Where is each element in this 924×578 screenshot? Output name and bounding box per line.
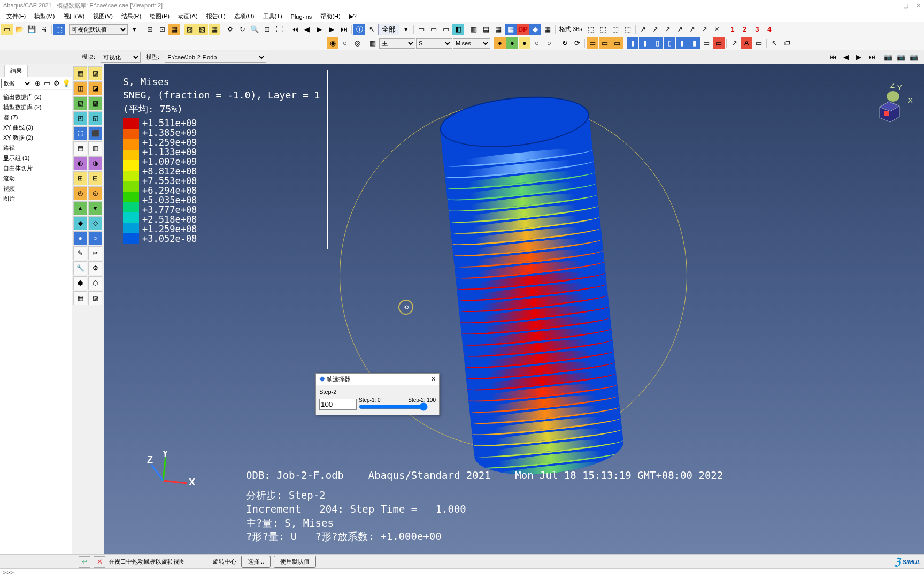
tree-item[interactable]: XY 曲线 (3)	[1, 123, 71, 133]
tool-iso3-icon[interactable]: ⬚	[610, 24, 621, 35]
tool-zoom-icon[interactable]: 🔍	[249, 24, 260, 35]
camera1-icon[interactable]: 📷	[882, 51, 894, 63]
toolbox-btn-5[interactable]: ▩	[88, 96, 102, 110]
anim-prev-step-icon[interactable]: ⏮	[289, 24, 301, 35]
redbox-icon[interactable]: ▭	[713, 37, 725, 49]
tool-rotate-icon[interactable]: ↻	[236, 24, 248, 35]
menu-文件f[interactable]: 文件(F)	[2, 11, 30, 21]
tool-axis6-icon[interactable]: ↗	[699, 24, 711, 35]
action-cancel-icon[interactable]: ✕	[94, 556, 105, 568]
viz-style-select[interactable]: 可视化默认值	[69, 24, 128, 35]
toolbox-btn-25[interactable]: ✂	[88, 246, 102, 260]
tool-axis5-icon[interactable]: ↗	[687, 24, 698, 35]
dialog-close-icon[interactable]: ✕	[431, 376, 436, 383]
tool-col3-icon[interactable]: ▦	[492, 24, 504, 35]
refresh-icon[interactable]: ↻	[559, 37, 571, 49]
circle1-icon[interactable]: ●	[494, 37, 506, 49]
tree-btn1-icon[interactable]: ⊕	[33, 79, 42, 88]
tool-cursor-icon[interactable]: ↖	[366, 24, 378, 35]
toolbox-btn-8[interactable]: ⬚	[73, 126, 87, 140]
tool-plane-icon[interactable]: ◧	[452, 24, 464, 35]
tree-item[interactable]: 显示组 (1)	[1, 153, 71, 163]
toolbox-btn-26[interactable]: 🔧	[73, 261, 87, 275]
tool-dropdown-icon[interactable]: ▾	[128, 24, 140, 35]
tool-save-icon[interactable]: 💾	[26, 24, 37, 35]
toolbox-btn-6[interactable]: ◰	[73, 111, 87, 125]
tool-mesh3-icon[interactable]: ▦	[209, 24, 220, 35]
play-first-icon[interactable]: ⏮	[827, 51, 839, 63]
toolbox-btn-22[interactable]: ●	[73, 231, 87, 245]
frame-slider[interactable]	[359, 403, 428, 410]
python-cli[interactable]: >>>	[0, 568, 924, 578]
toolbox-btn-24[interactable]: ✎	[73, 246, 87, 260]
menu-帮助h[interactable]: 帮助(H)	[316, 11, 344, 21]
tool-new-icon[interactable]: ▭	[1, 24, 13, 35]
sq1-icon[interactable]: ▭	[587, 37, 598, 49]
circle2-icon[interactable]: ●	[506, 37, 518, 49]
toolbox-btn-19[interactable]: ▼	[88, 201, 102, 215]
toolbox-btn-18[interactable]: ▲	[73, 201, 87, 215]
viewport[interactable]: S, Mises SNEG, (fraction = -1.0), Layer …	[104, 64, 924, 554]
play-last-icon[interactable]: ⏭	[866, 51, 877, 63]
toolbox-btn-16[interactable]: ◴	[73, 186, 87, 200]
toolbox-btn-28[interactable]: ⬢	[73, 276, 87, 290]
tool-zoombox-icon[interactable]: ⊡	[261, 24, 273, 35]
output-var-mises-select[interactable]: Mises	[453, 38, 490, 49]
menu-选项o[interactable]: 选项(O)	[230, 11, 259, 21]
tool-mesh2-icon[interactable]: ▧	[196, 24, 208, 35]
anim-next-icon[interactable]: ▶	[326, 24, 337, 35]
tree-filter-select[interactable]: 数据	[1, 79, 32, 88]
menu-动画a[interactable]: 动画(A)	[174, 11, 202, 21]
frame-selector-dialog[interactable]: ◆ 帧选择器 ✕ Step-2 Step-1: 0 Step-2: 100	[315, 373, 440, 415]
pick-arrow-icon[interactable]: ↖	[768, 37, 780, 49]
tool-col2-icon[interactable]: ▤	[480, 24, 492, 35]
action-ok-icon[interactable]: ↩	[79, 556, 90, 568]
toolbox-btn-9[interactable]: ⬛	[88, 126, 102, 140]
tool-star-icon[interactable]: ✳	[711, 24, 723, 35]
tree-bulb-icon[interactable]: 💡	[62, 79, 71, 88]
num-2-button[interactable]: 2	[739, 24, 751, 35]
toolbox-btn-7[interactable]: ◱	[88, 111, 102, 125]
menu-plug-ins[interactable]: Plug-ins	[287, 12, 317, 21]
blk1-icon[interactable]: ▮	[627, 37, 638, 49]
menu-结果r[interactable]: 结果(R)	[117, 11, 145, 21]
model-select[interactable]: E:/cae/Job-2-F.odb	[165, 52, 266, 63]
toolbox-btn-21[interactable]: ◇	[88, 216, 102, 230]
toolbox-btn-17[interactable]: ◵	[88, 186, 102, 200]
toolbox-btn-1[interactable]: ▨	[88, 66, 102, 80]
tree-item[interactable]: 流动	[1, 173, 71, 184]
toolbox-btn-13[interactable]: ◑	[88, 156, 102, 170]
tree-item[interactable]: 输出数据库 (2)	[1, 92, 71, 102]
tool-axis1-icon[interactable]: ↗	[637, 24, 649, 35]
tool-filter-icon[interactable]: ▾	[400, 24, 412, 35]
layers-icon[interactable]: ▭	[700, 37, 712, 49]
toolbox-btn-10[interactable]: ▤	[73, 141, 87, 155]
menu-绘图p[interactable]: 绘图(P)	[145, 11, 174, 21]
tab-results[interactable]: 结果	[4, 65, 28, 77]
tool-axis2-icon[interactable]: ↗	[650, 24, 661, 35]
tool-open-icon[interactable]: 📂	[13, 24, 25, 35]
toolbox-btn-29[interactable]: ⬡	[88, 276, 102, 290]
tree-item[interactable]: 视频	[1, 184, 71, 194]
blk5-icon[interactable]: ▮	[676, 37, 688, 49]
tool-box1-icon[interactable]: ⊞	[144, 24, 156, 35]
tool-grid4-icon[interactable]: ▦	[505, 24, 517, 35]
toolbox-btn-23[interactable]: ○	[88, 231, 102, 245]
maximize-button[interactable]: ▢	[903, 2, 908, 9]
blk4-icon[interactable]: ▯	[664, 37, 675, 49]
toolbox-btn-12[interactable]: ◐	[73, 156, 87, 170]
menu-视口w[interactable]: 视口(W)	[59, 11, 89, 21]
tree-item[interactable]: 谱 (7)	[1, 112, 71, 123]
triad-top-right[interactable]: Z Y X	[861, 80, 914, 135]
dialog-titlebar[interactable]: ◆ 帧选择器 ✕	[316, 374, 439, 385]
circle3-icon[interactable]: ●	[519, 37, 530, 49]
camera2-icon[interactable]: 📷	[895, 51, 907, 63]
toolbox-btn-30[interactable]: ▦	[73, 291, 87, 305]
toolbox-btn-4[interactable]: ▧	[73, 96, 87, 110]
blk2-icon[interactable]: ▮	[639, 37, 651, 49]
menu-▶?[interactable]: ▶?	[345, 12, 361, 21]
frame-value-input[interactable]	[319, 399, 357, 410]
circle5-icon[interactable]: ○	[543, 37, 555, 49]
minimize-button[interactable]: —	[890, 2, 896, 9]
anim-next-step-icon[interactable]: ⏭	[338, 24, 350, 35]
